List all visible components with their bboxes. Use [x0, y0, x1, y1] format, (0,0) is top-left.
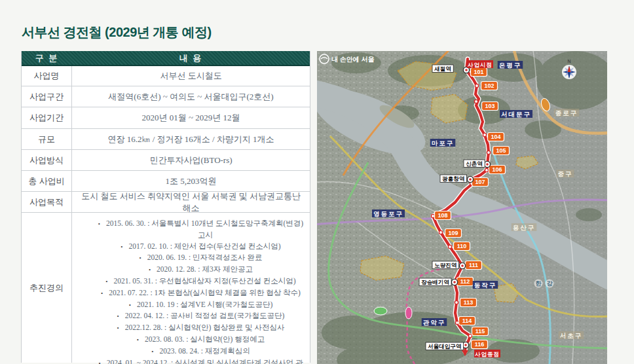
history-item: 2021. 10. 19 : 설계VE 시행(국가철도공단) — [85, 299, 306, 311]
page-title: 서부선 경전철 (2029년 개통 예정) — [22, 24, 212, 41]
svg-text:영등포구: 영등포구 — [373, 210, 403, 217]
station-dot — [487, 151, 490, 154]
svg-text:109: 109 — [448, 230, 458, 236]
history-item: 2015. 06. 30. : 서울특별시 10개년 도시철도망구축계획(변경)… — [85, 218, 306, 241]
svg-text:102: 102 — [484, 82, 494, 89]
svg-text:112: 112 — [460, 278, 470, 285]
district-label: 서대문구 — [500, 110, 532, 118]
station-badge: 101 — [471, 68, 487, 77]
svg-text:용산구: 용산구 — [513, 224, 536, 231]
route-map-svg: 1011021031041051061071081091101111121131… — [317, 51, 607, 364]
station-badge: 102 — [481, 82, 498, 90]
station-badge: 103 — [482, 102, 498, 111]
table-row: 사업기간 2020년 01월 ~ 2029년 12월 — [22, 107, 310, 129]
svg-text:107: 107 — [475, 179, 485, 185]
svg-text:서울대입구역: 서울대입구역 — [428, 343, 461, 350]
svg-text:동작구: 동작구 — [474, 282, 497, 289]
station-badge: 116 — [472, 340, 488, 349]
station-dot — [431, 214, 434, 217]
svg-text:새절역: 새절역 — [434, 65, 451, 72]
svg-text:중구: 중구 — [558, 170, 573, 177]
station-badge: 115 — [472, 327, 489, 336]
station-dot — [475, 84, 478, 87]
district-label: 용산구 — [512, 223, 537, 231]
svg-text:116: 116 — [475, 341, 485, 348]
route-map: 1011021031041051061071081091101111121131… — [317, 51, 607, 364]
svg-text:한: 한 — [536, 280, 542, 287]
svg-text:사업종점: 사업종점 — [475, 351, 500, 357]
svg-text:광흥창역: 광흥창역 — [441, 175, 464, 182]
project-start-label: 사업시점 — [467, 60, 493, 68]
svg-text:마포구: 마포구 — [432, 139, 455, 147]
table-row-history: 추진경의 2015. 06. 30. : 서울특별시 10개년 도시철도망구축계… — [22, 213, 310, 363]
table-header-row: 구 분 내 용 — [22, 51, 310, 66]
svg-text:105: 105 — [496, 147, 506, 154]
history-item: 2020. 06. 19. : 민자적격성조사 완료 — [85, 252, 306, 264]
station-badge: 104 — [488, 133, 504, 141]
station-dot — [439, 230, 442, 234]
row-value: 1조 5,203억원 — [72, 171, 310, 191]
district-label: 관악구 — [422, 318, 447, 326]
district-label: 중구 — [557, 170, 574, 177]
svg-text:113: 113 — [464, 299, 474, 306]
svg-text:강: 강 — [547, 280, 553, 287]
station-badge: 105 — [493, 147, 510, 155]
station-dot — [485, 168, 488, 172]
history-item: 2024. 01. ~ 2024.12. : 실시설계 및 실시설계단계 건설사… — [85, 357, 306, 364]
station-badge: 109 — [445, 229, 462, 238]
district-label: 서초구 — [559, 331, 584, 339]
station-badge: 106 — [489, 166, 506, 174]
svg-text:은평구: 은평구 — [499, 62, 522, 69]
table-row: 사업목적 도시 철도 서비스 취약지역인 서울 서북권 및 서남권교통난 해소 — [22, 192, 310, 213]
svg-text:사업시점: 사업시점 — [468, 62, 493, 68]
history-item: 2023. 08. 03. : 실시협약(안) 행정예고 — [85, 334, 306, 346]
row-value: 민간투자사업(BTO-rs) — [72, 150, 310, 170]
district-label: 동작구 — [473, 281, 498, 289]
history-list: 2015. 06. 30. : 서울특별시 10개년 도시철도망구축계획(변경)… — [85, 218, 306, 364]
svg-text:서대문구: 서대문구 — [501, 111, 531, 118]
district-label: 종로구 — [554, 109, 580, 117]
history-item: 2021. 05. 31. : 우선협상대상자 지정(두산건설 컨소시엄) — [85, 276, 306, 287]
history-item: 2022.12. 28. : 실시협약(안) 협상완료 및 사전심사 — [85, 322, 306, 334]
slide: 서부선 경전철 (2029년 개통 예정) 구 분 내 용 사업명 서부선 도시… — [0, 0, 634, 364]
svg-text:104: 104 — [491, 134, 500, 140]
svg-text:장승배기역: 장승배기역 — [421, 279, 449, 285]
station-dot — [483, 133, 486, 136]
row-value: 2020년 01월 ~ 2029년 12월 — [72, 107, 310, 128]
history-item: 2017. 02. 10. : 제안서 접수(두산건설 컨소시엄) — [85, 241, 306, 253]
station-badge: 108 — [435, 211, 451, 220]
row-label: 사업방식 — [22, 150, 72, 170]
station-badge: 111 — [466, 261, 482, 270]
station-badge: 113 — [460, 299, 477, 307]
svg-text:종로구: 종로구 — [555, 109, 578, 117]
svg-text:114: 114 — [462, 318, 472, 324]
svg-text:106: 106 — [492, 166, 502, 173]
table-row: 사업방식 민간투자사업(BTO-rs) — [22, 150, 310, 171]
district-label: 마포구 — [430, 139, 456, 147]
row-label: 규모 — [22, 129, 72, 149]
svg-text:108: 108 — [438, 212, 447, 219]
svg-text:신촌역: 신촌역 — [466, 160, 483, 167]
station-badge: 112 — [457, 278, 474, 286]
row-value: 서부선 도시철도 — [72, 66, 310, 86]
svg-text:103: 103 — [485, 103, 494, 109]
row-value: 도시 철도 서비스 취약지역인 서울 서북권 및 서남권교통난 해소 — [72, 192, 310, 212]
project-end-label: 사업종점 — [474, 350, 500, 357]
svg-text:115: 115 — [476, 328, 485, 335]
row-label: 총 사업비 — [22, 171, 72, 191]
station-name-label: 서울대입구역 — [426, 342, 469, 350]
svg-text:서초구: 서초구 — [560, 332, 583, 339]
history-list-cell: 2015. 06. 30. : 서울특별시 10개년 도시철도망구축계획(변경)… — [72, 213, 310, 363]
district-label: 은평구 — [498, 61, 523, 69]
row-label: 사업구간 — [22, 86, 72, 107]
compass-n-label: N — [567, 59, 570, 64]
logo-text: 내 손안에 서울 — [331, 56, 375, 63]
table-header-content: 내 용 — [72, 51, 310, 65]
row-label: 사업목적 — [22, 192, 72, 212]
svg-text:101: 101 — [474, 69, 483, 75]
station-dot — [455, 300, 458, 304]
history-item: 2023. 08. 24. : 재정계획심의 — [85, 346, 306, 357]
district-label: 영등포구 — [372, 209, 405, 217]
project-spec-table: 구 분 내 용 사업명 서부선 도시철도 사업구간 새절역(6호선) ~ 여의도… — [21, 51, 310, 363]
row-label: 추진경의 — [22, 213, 72, 363]
